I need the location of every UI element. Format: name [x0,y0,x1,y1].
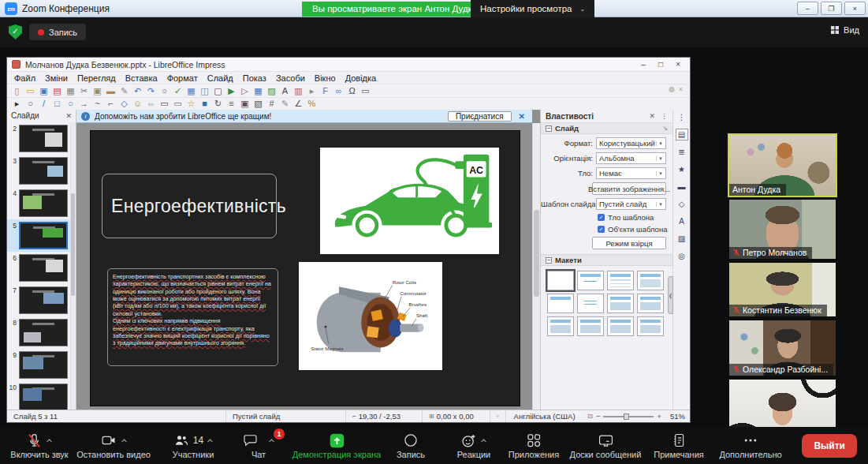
zoom-pan-icon[interactable]: ○ [24,98,37,110]
record-button[interactable]: Запись [391,432,430,459]
spelling-icon[interactable]: ✓ [171,85,184,97]
copy-icon[interactable]: ▣ [91,85,104,97]
slide-thumbnail[interactable] [19,125,68,152]
start-slideshow-icon[interactable]: ▶ [225,85,238,97]
zoom-slider[interactable] [603,416,654,417]
menu-item[interactable]: Формат [162,73,203,83]
join-button[interactable]: Приєднатися [448,111,512,122]
slide-thumbnail-row[interactable]: 9 [7,349,70,381]
3d-objects-icon[interactable]: ■ [198,98,211,110]
participants-button[interactable]: 14 Участники [166,432,221,459]
animation-icon[interactable]: ★ [676,163,688,175]
line-arrow-icon[interactable]: → [77,98,91,110]
insert-media-icon[interactable]: ▸ [305,85,319,97]
zoom-in-button[interactable]: + [657,412,661,421]
participant-video-tile[interactable]: Олександр Разбойні... [729,320,836,376]
chevron-up-icon[interactable] [207,438,214,443]
slide-thumbnail-row[interactable]: 2 [7,122,70,155]
insert-table-icon[interactable]: ▦ [251,85,265,97]
two-content-over-content[interactable] [547,316,574,336]
extension-icon[interactable]: ◍ [669,85,675,93]
styles-icon[interactable]: A [676,215,688,227]
points-icon[interactable]: ∠ [292,98,305,110]
view-normal-icon[interactable]: ◫ [198,85,211,97]
callouts-icon[interactable]: ▭ [171,98,184,110]
slide-thumbnail[interactable] [19,254,68,282]
apps-button[interactable]: Приложения [501,432,566,459]
cut-icon[interactable]: ✂ [77,85,91,97]
menu-item[interactable]: Перегляд [73,73,121,83]
redo-icon[interactable]: ↷ [144,85,158,97]
slide-thumbnail-row[interactable]: 5 [7,219,70,252]
zoom-slider-knob[interactable] [624,413,629,420]
participant-video-tile[interactable]: Антон Дудка [729,135,836,196]
insert-image-button[interactable]: Вставити зображення... [592,182,666,195]
master-slide-select[interactable]: Пустий слайд▼ [596,198,666,210]
slide-thumbnail[interactable] [19,189,68,217]
share-screen-button[interactable]: Демонстрация экрана [290,432,383,459]
six-content[interactable] [637,316,664,336]
impress-maximize-button[interactable]: □ [658,60,663,69]
slide-title-textbox[interactable]: Енергоефективність [102,174,277,238]
collapse-icon[interactable]: − [546,257,552,264]
slide-thumbnail-row[interactable]: 10 [7,381,70,410]
slide-thumbnail-row[interactable]: 8 [7,316,70,349]
master-slides-icon[interactable]: ▬ [676,181,688,193]
block-arrows-icon[interactable]: ⇔ [144,98,158,110]
curve-icon[interactable]: ~ [91,98,104,110]
security-shield-icon[interactable]: ✓ [9,24,22,39]
menu-item[interactable]: Зміни [40,73,73,83]
slide-thumbnail[interactable] [19,319,68,346]
background-select[interactable]: Немає▼ [596,167,666,179]
sidebar-menu-icon[interactable]: ⋮ [676,111,688,123]
notes-button[interactable]: Примечания [645,432,713,459]
menu-item[interactable]: Довідка [341,73,382,83]
master-view-button[interactable]: Режим взірця [592,237,666,249]
master-background-checkbox[interactable]: ✓ Тло шаблона [598,213,672,222]
ev-charging-image[interactable]: AC [320,148,499,254]
editor-vertical-scrollbar[interactable] [532,123,540,410]
stars-icon[interactable]: ☆ [184,98,198,110]
slide-body-textbox[interactable]: Енергоефективність транспортних засобів … [107,268,278,366]
hyperlink-icon[interactable]: ∞ [332,85,345,97]
chevron-up-icon[interactable] [121,438,128,443]
grid-icon[interactable]: ▦ [184,85,198,97]
filter-icon[interactable]: ✎ [278,98,292,110]
chevron-up-icon[interactable] [268,438,275,443]
view-layout-button[interactable]: Вид [830,25,859,35]
find-replace-icon[interactable]: ○ [158,85,171,97]
insert-line-icon[interactable]: / [37,98,50,110]
leave-meeting-button[interactable]: Выйти [802,434,857,458]
navigator-icon[interactable]: ◎ [676,250,688,262]
reactions-button[interactable]: Реакции [449,432,498,459]
slide-thumbnail-row[interactable]: 7 [7,284,70,316]
menu-item[interactable]: Вставка [121,73,162,83]
menu-item[interactable]: Показ [238,73,271,83]
properties-deck-icon[interactable]: ▤ [676,129,688,140]
two-content-and-content[interactable] [607,294,634,313]
panel-menu-icon[interactable]: ⋮ [661,112,668,120]
unmute-button[interactable]: Включить звук [6,432,73,459]
fontwork-icon[interactable]: F [319,85,332,97]
menubar-close-icon[interactable]: × [679,85,683,93]
whiteboards-button[interactable]: Доски сообщений [568,432,643,459]
slideshow-settings-icon[interactable]: ▷ [238,85,251,97]
fit-slide-icon[interactable]: ⊡ [587,413,593,420]
content-and-two-content[interactable] [637,294,664,313]
slide-thumbnail[interactable] [19,222,68,249]
title-only[interactable] [547,294,574,313]
impress-close-button[interactable]: × [676,60,680,69]
slide-thumbnail-row[interactable]: 3 [7,155,70,187]
menu-item[interactable]: Файл [9,73,40,83]
slide-thumbnail[interactable] [19,286,68,314]
four-content[interactable] [607,316,634,336]
chat-button[interactable]: 1 Чат [241,432,276,459]
slide-thumbnail[interactable] [19,351,68,379]
insert-chart-icon[interactable]: ▥ [292,85,305,97]
insert-image-icon[interactable]: ▨ [265,85,278,97]
panel-close-icon[interactable]: ✕ [649,112,655,120]
close-button[interactable]: × [844,2,866,15]
export-pdf-icon[interactable]: ▤ [50,85,64,97]
current-slide[interactable]: Енергоефективність AC [90,130,520,406]
blank[interactable] [547,271,574,290]
